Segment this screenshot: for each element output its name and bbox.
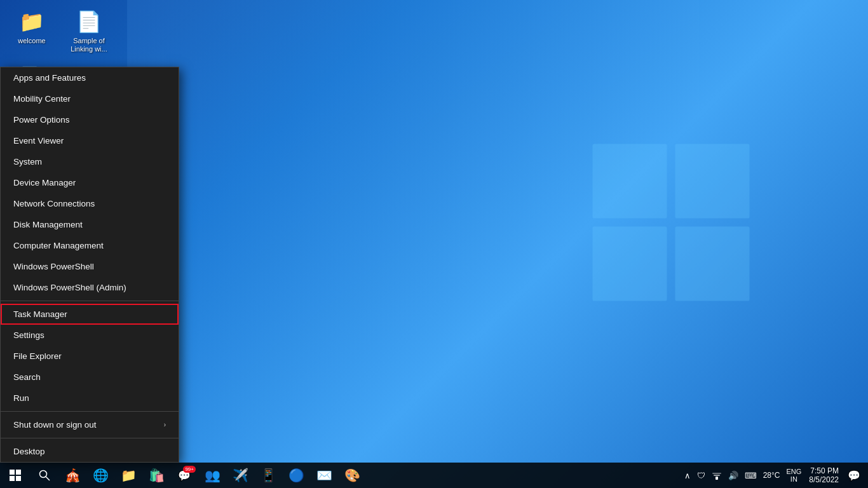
svg-rect-2 — [593, 227, 667, 301]
menu-item-windows-powershell-admin[interactable]: Windows PowerShell (Admin) — [1, 277, 179, 298]
welcome-label: welcome — [18, 37, 45, 45]
svg-rect-10 — [715, 477, 718, 480]
menu-item-mobility-center[interactable]: Mobility Center — [1, 88, 179, 109]
teams-badge: 99+ — [183, 466, 196, 473]
tray-weather[interactable]: 28°C — [761, 463, 783, 488]
taskbar-telegram[interactable]: ✈️ — [226, 463, 254, 488]
sample-icon: 📄 — [76, 9, 102, 34]
tray-chevron[interactable]: ∧ — [682, 463, 693, 488]
taskbar-whatsapp[interactable]: 📱 — [254, 463, 282, 488]
divider-2 — [1, 411, 179, 412]
menu-item-network-connections[interactable]: Network Connections — [1, 193, 179, 214]
tray-antivirus[interactable]: 🛡 — [695, 463, 708, 488]
taskbar-explorer[interactable]: 📁 — [114, 463, 142, 488]
svg-rect-3 — [675, 227, 750, 301]
svg-rect-12 — [712, 473, 721, 474]
menu-item-apps-features[interactable]: Apps and Features — [1, 67, 179, 88]
menu-item-event-viewer[interactable]: Event Viewer — [1, 130, 179, 151]
sample-label: Sample of Linking wi... — [66, 37, 112, 53]
tray-clock[interactable]: 7:50 PM 8/5/2022 — [805, 466, 843, 484]
chevron-right-icon: › — [164, 421, 166, 428]
menu-item-file-explorer[interactable]: File Explorer — [1, 346, 179, 367]
menu-item-device-manager[interactable]: Device Manager — [1, 172, 179, 193]
svg-point-8 — [40, 471, 47, 478]
menu-item-desktop[interactable]: Desktop — [1, 441, 179, 462]
menu-item-computer-management[interactable]: Computer Management — [1, 235, 179, 256]
menu-item-system[interactable]: System — [1, 151, 179, 172]
menu-item-disk-management[interactable]: Disk Management — [1, 214, 179, 235]
taskbar-paint[interactable]: 🎨 — [338, 463, 366, 488]
tray-volume[interactable]: 🔊 — [726, 463, 741, 488]
svg-rect-1 — [675, 144, 750, 219]
desktop: 📁 welcome 📄 Sample of Linking wi... 📄 Co… — [0, 0, 868, 488]
desktop-icon-sample[interactable]: 📄 Sample of Linking wi... — [64, 6, 114, 56]
taskbar-edge[interactable]: 🌐 — [86, 463, 114, 488]
taskbar-chrome[interactable]: 🔵 — [282, 463, 310, 488]
tray-date: 8/5/2022 — [809, 475, 839, 484]
tray-keyboard[interactable]: ⌨ — [742, 463, 759, 488]
context-menu: Apps and Features Mobility Center Power … — [0, 67, 179, 463]
taskbar-festival[interactable]: 🎪 — [58, 463, 86, 488]
menu-item-shut-down[interactable]: Shut down or sign out › — [1, 414, 179, 435]
tray-network[interactable] — [709, 463, 724, 488]
svg-line-9 — [46, 477, 50, 480]
svg-rect-11 — [714, 475, 720, 476]
menu-item-power-options[interactable]: Power Options — [1, 109, 179, 130]
taskbar-store[interactable]: 🛍️ — [142, 463, 170, 488]
divider-1 — [1, 301, 179, 301]
welcome-icon: 📁 — [19, 9, 44, 34]
menu-item-windows-powershell[interactable]: Windows PowerShell — [1, 256, 179, 277]
taskbar-teams[interactable]: 👥 — [198, 463, 226, 488]
menu-item-settings[interactable]: Settings — [1, 325, 179, 346]
menu-item-search[interactable]: Search — [1, 367, 179, 388]
svg-rect-5 — [16, 470, 21, 475]
svg-rect-4 — [10, 470, 15, 475]
notification-button[interactable]: 💬 — [844, 463, 864, 488]
start-button[interactable] — [0, 463, 31, 488]
svg-rect-7 — [16, 476, 21, 481]
tray-time: 7:50 PM — [810, 466, 839, 475]
svg-rect-0 — [593, 144, 667, 219]
taskbar: 🎪 🌐 📁 🛍️ 💬 99+ 👥 ✈️ 📱 🔵 ✉️ 🎨 ∧ 🛡 🔊 ⌨ 28°… — [0, 463, 868, 488]
menu-item-run[interactable]: Run — [1, 388, 179, 409]
windows-logo — [588, 140, 754, 305]
taskbar-teams-badge[interactable]: 💬 99+ — [170, 463, 198, 488]
menu-item-task-manager[interactable]: Task Manager — [1, 304, 179, 325]
tray-language[interactable]: ENG IN — [783, 468, 804, 483]
desktop-icon-welcome[interactable]: 📁 welcome — [6, 6, 57, 56]
taskbar-search[interactable] — [31, 463, 58, 488]
taskbar-icons: 🎪 🌐 📁 🛍️ 💬 99+ 👥 ✈️ 📱 🔵 ✉️ 🎨 — [31, 463, 678, 488]
system-tray: ∧ 🛡 🔊 ⌨ 28°C ENG IN 7:50 PM 8/5/2022 💬 — [678, 463, 868, 488]
svg-rect-6 — [10, 476, 15, 481]
divider-3 — [1, 438, 179, 438]
taskbar-mail[interactable]: ✉️ — [310, 463, 338, 488]
